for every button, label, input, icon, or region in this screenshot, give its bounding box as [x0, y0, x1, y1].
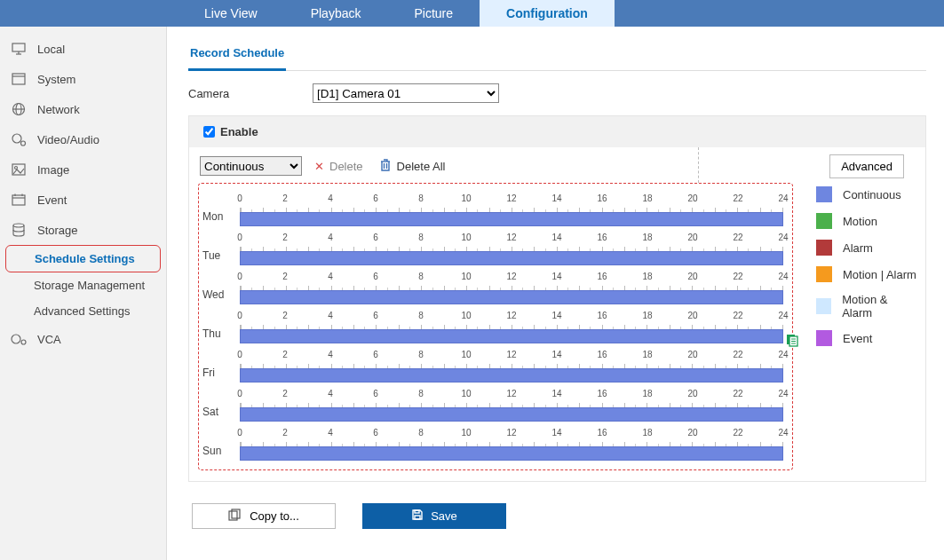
vca-icon: [11, 331, 27, 347]
day-row[interactable]: Fri024681012141618202224: [202, 343, 783, 383]
monitor-icon: [11, 41, 27, 57]
day-row[interactable]: Mon024681012141618202224: [202, 187, 783, 226]
sidebar: Local System Network Video/Audio Image E…: [0, 27, 167, 560]
sidebar-label: Storage: [37, 224, 78, 237]
legend-swatch: [816, 266, 832, 282]
day-label: Sun: [202, 445, 240, 461]
svg-rect-29: [415, 516, 420, 519]
day-label: Sat: [202, 406, 240, 422]
svg-point-8: [12, 134, 21, 143]
legend: ContinuousMotionAlarmMotion | AlarmMotio…: [793, 183, 916, 470]
day-row[interactable]: Sun024681012141618202224: [202, 422, 783, 461]
delete-all-button[interactable]: Delete All: [379, 158, 446, 175]
legend-label: Alarm: [843, 241, 873, 255]
save-button[interactable]: Save: [362, 503, 506, 529]
sidebar-item-network[interactable]: Network: [0, 94, 166, 124]
legend-item[interactable]: Event: [816, 330, 916, 346]
svg-rect-28: [415, 510, 419, 513]
window-icon: [11, 71, 27, 87]
legend-swatch: [816, 186, 832, 202]
trash-icon: [379, 158, 392, 175]
schedule-bar[interactable]: [240, 407, 783, 422]
sidebar-sub-storage-management[interactable]: Storage Management: [0, 272, 166, 298]
legend-label: Event: [843, 332, 872, 345]
timeline[interactable]: 024681012141618202224: [240, 389, 783, 422]
schedule-bar[interactable]: [240, 212, 783, 226]
main-content: Record Schedule Camera [D1] Camera 01 En…: [167, 27, 944, 560]
day-row[interactable]: Thu024681012141618202224: [202, 304, 783, 343]
nav-configuration[interactable]: Configuration: [480, 0, 615, 27]
delete-button[interactable]: ✕ Delete: [314, 160, 363, 173]
day-row[interactable]: Tue024681012141618202224: [202, 226, 783, 265]
day-label: Mon: [202, 210, 240, 226]
legend-label: Continuous: [843, 188, 901, 201]
day-label: Wed: [202, 288, 240, 304]
globe-icon: [11, 101, 27, 117]
legend-item[interactable]: Alarm: [816, 240, 916, 256]
timeline[interactable]: 024681012141618202224: [240, 311, 783, 343]
camera-row: Camera [D1] Camera 01: [188, 83, 926, 103]
schedule-bar[interactable]: [240, 368, 783, 383]
schedule-bar[interactable]: [240, 290, 783, 304]
legend-item[interactable]: Continuous: [816, 186, 916, 202]
legend-item[interactable]: Motion & Alarm: [816, 293, 916, 319]
sidebar-label: System: [37, 73, 75, 86]
save-label: Save: [431, 509, 457, 523]
timeline[interactable]: 024681012141618202224: [240, 272, 783, 304]
sidebar-item-video-audio[interactable]: Video/Audio: [0, 124, 166, 154]
enable-label: Enable: [220, 125, 258, 138]
toolbar: Continuous ✕ Delete Delete All Advanced: [189, 147, 925, 183]
legend-label: Motion | Alarm: [843, 268, 916, 281]
schedule-bar[interactable]: [240, 251, 783, 265]
sidebar-item-local[interactable]: Local: [0, 34, 166, 64]
sidebar-sub-advanced-settings[interactable]: Advanced Settings: [0, 298, 166, 324]
day-label: Thu: [202, 327, 240, 343]
timeline[interactable]: 024681012141618202224: [240, 350, 783, 383]
copy-to-button[interactable]: Copy to...: [192, 503, 336, 529]
footer: Copy to... Save: [192, 503, 926, 529]
sidebar-item-event[interactable]: Event: [0, 185, 166, 215]
record-type-select[interactable]: Continuous: [200, 156, 302, 176]
copy-to-label: Copy to...: [250, 509, 299, 523]
svg-point-9: [21, 141, 26, 146]
image-icon: [11, 162, 27, 177]
save-icon: [411, 509, 424, 524]
nav-picture[interactable]: Picture: [387, 0, 480, 27]
sidebar-item-system[interactable]: System: [0, 64, 166, 94]
sidebar-label: Video/Audio: [37, 133, 99, 146]
day-row[interactable]: Sat024681012141618202224: [202, 383, 783, 422]
svg-point-18: [21, 340, 26, 344]
camera-select[interactable]: [D1] Camera 01: [313, 83, 499, 103]
enable-bar: Enable: [189, 116, 925, 147]
sidebar-item-storage[interactable]: Storage: [0, 215, 166, 245]
copy-icon: [228, 509, 242, 524]
timeline[interactable]: 024681012141618202224: [240, 193, 783, 226]
schedule-bar[interactable]: [240, 329, 783, 343]
nav-live-view[interactable]: Live View: [178, 0, 284, 27]
tab-strip: Record Schedule: [188, 39, 926, 71]
nav-playback[interactable]: Playback: [284, 0, 388, 27]
svg-point-11: [15, 167, 18, 170]
legend-label: Motion & Alarm: [842, 293, 916, 319]
advanced-button[interactable]: Advanced: [829, 154, 904, 178]
camera-label: Camera: [188, 87, 313, 100]
sidebar-label: Local: [37, 43, 65, 56]
legend-label: Motion: [843, 215, 877, 228]
sidebar-item-vca[interactable]: VCA: [0, 324, 166, 354]
schedule-grid[interactable]: Mon024681012141618202224Tue0246810121416…: [198, 183, 793, 470]
timeline[interactable]: 024681012141618202224: [240, 233, 783, 265]
delete-all-label: Delete All: [397, 160, 446, 173]
divider: [698, 147, 699, 183]
legend-item[interactable]: Motion: [816, 213, 916, 229]
sidebar-item-image[interactable]: Image: [0, 154, 166, 185]
sidebar-sub-schedule-settings[interactable]: Schedule Settings: [5, 245, 161, 272]
timeline[interactable]: 024681012141618202224: [240, 428, 783, 461]
day-row[interactable]: Wed024681012141618202224: [202, 265, 783, 304]
copy-day-icon[interactable]: [785, 333, 799, 347]
svg-rect-3: [12, 74, 25, 84]
tab-record-schedule[interactable]: Record Schedule: [188, 39, 286, 71]
schedule-bar[interactable]: [240, 446, 783, 461]
legend-swatch: [816, 240, 832, 256]
enable-checkbox[interactable]: [203, 126, 215, 138]
legend-item[interactable]: Motion | Alarm: [816, 266, 916, 282]
